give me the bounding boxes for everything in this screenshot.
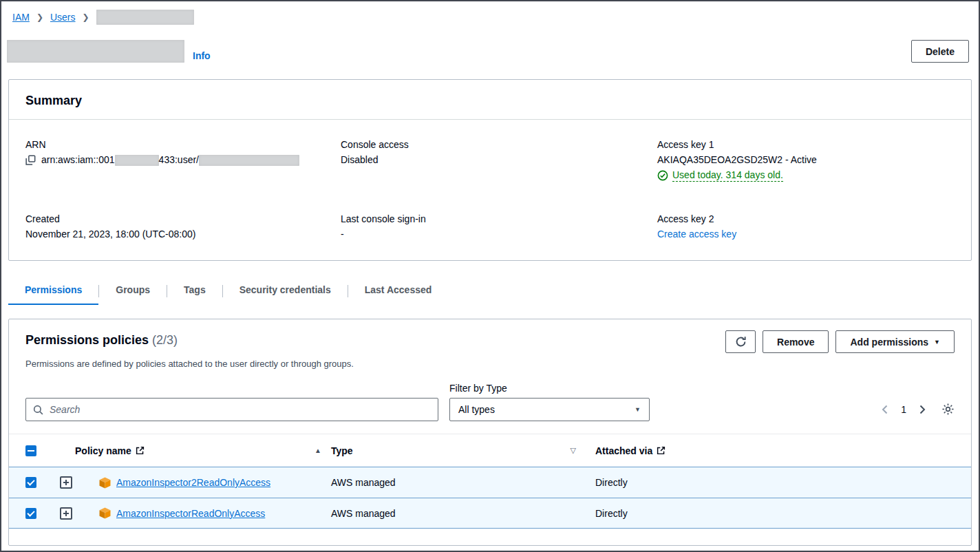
page-number[interactable]: 1 <box>901 404 906 415</box>
redacted-user-name <box>199 155 299 166</box>
tab-tags[interactable]: Tags <box>167 277 222 305</box>
breadcrumb: IAM ❯ Users ❯ <box>1 1 979 30</box>
last-signin-field: Last console sign-in - <box>341 213 657 240</box>
policy-name-link[interactable]: AmazonInspector2ReadOnlyAccess <box>116 477 270 488</box>
attached-via-column-header: Attached via <box>595 445 652 456</box>
type-column-header: Type <box>331 445 353 456</box>
external-link-icon <box>136 446 145 455</box>
expand-row-icon[interactable] <box>60 507 72 520</box>
type-filter-value: All types <box>458 404 495 415</box>
access-key-1-status: Used today. 314 days old. <box>657 169 955 182</box>
tab-security-credentials[interactable]: Security credentials <box>223 277 348 305</box>
redacted-page-title <box>7 40 184 63</box>
access-key-2-field: Access key 2 Create access key <box>657 213 955 240</box>
summary-grid: ARN arn:aws:iam::001433:user/ Console ac… <box>9 120 971 260</box>
policies-filter-row: Filter by Type All types ▼ 1 <box>9 369 971 421</box>
pagination: 1 <box>881 403 955 421</box>
policies-header: Permissions policies (2/3) Remove Add pe… <box>9 319 971 353</box>
info-link[interactable]: Info <box>193 50 211 61</box>
tab-permissions[interactable]: Permissions <box>8 277 98 305</box>
console-access-label: Console access <box>341 139 657 150</box>
managed-policy-icon <box>99 477 111 489</box>
create-access-key-link[interactable]: Create access key <box>657 229 736 240</box>
type-filter-label: Filter by Type <box>449 383 650 394</box>
console-access-value: Disabled <box>341 154 657 165</box>
policy-type-cell: AWS managed <box>331 508 595 519</box>
permissions-policies-card: Permissions policies (2/3) Remove Add pe… <box>8 319 972 546</box>
table-row[interactable]: AmazonInspectorReadOnlyAccess AWS manage… <box>9 498 971 529</box>
policies-description: Permissions are defined by policies atta… <box>9 353 971 369</box>
check-circle-icon <box>657 170 668 181</box>
console-access-field: Console access Disabled <box>341 139 657 182</box>
created-value: November 21, 2023, 18:00 (UTC-08:00) <box>25 229 341 240</box>
arn-value: arn:aws:iam::001433:user/ <box>41 154 299 166</box>
delete-button[interactable]: Delete <box>911 40 969 63</box>
search-box <box>25 398 438 421</box>
external-link-icon <box>657 446 665 455</box>
redacted-account-id <box>115 155 159 166</box>
attached-via-cell: Directly <box>595 477 971 488</box>
next-page-icon[interactable] <box>919 405 926 414</box>
refresh-button[interactable] <box>725 330 756 353</box>
access-key-1-label: Access key 1 <box>657 139 955 150</box>
remove-button[interactable]: Remove <box>763 330 829 353</box>
access-key-2-label: Access key 2 <box>657 213 955 224</box>
row-checkbox[interactable] <box>25 508 36 519</box>
chevron-right-icon: ❯ <box>83 12 89 22</box>
tab-groups[interactable]: Groups <box>99 277 167 305</box>
expand-row-icon[interactable] <box>60 476 72 489</box>
access-key-1-value: AKIAQA35DEOA2GSD25W2 - Active <box>657 154 955 165</box>
chevron-down-icon: ▼ <box>635 406 641 413</box>
policy-type-cell: AWS managed <box>331 477 595 488</box>
last-signin-label: Last console sign-in <box>341 213 657 224</box>
iam-user-detail-page: IAM ❯ Users ❯ Info Delete Summary ARN <box>0 0 980 552</box>
filter-icon[interactable]: ▽ <box>571 446 576 455</box>
summary-title: Summary <box>25 94 955 108</box>
breadcrumb-iam-link[interactable]: IAM <box>12 12 30 23</box>
previous-page-icon[interactable] <box>881 405 888 414</box>
attached-via-cell: Directly <box>595 508 971 519</box>
policy-name-link[interactable]: AmazonInspectorReadOnlyAccess <box>116 508 265 519</box>
policy-name-column-header[interactable]: Policy name <box>75 445 145 456</box>
managed-policy-icon <box>99 507 111 519</box>
arn-label: ARN <box>25 139 341 150</box>
redacted-username-breadcrumb <box>96 10 194 25</box>
access-key-1-field: Access key 1 AKIAQA35DEOA2GSD25W2 - Acti… <box>657 139 955 182</box>
chevron-down-icon: ▼ <box>934 339 940 346</box>
select-all-checkbox[interactable] <box>25 445 36 456</box>
policies-count: (2/3) <box>152 333 178 347</box>
add-permissions-button[interactable]: Add permissions ▼ <box>835 330 955 353</box>
summary-card: Summary ARN arn:aws:iam::001433:user/ <box>8 79 972 261</box>
created-label: Created <box>25 213 341 224</box>
row-checkbox[interactable] <box>25 477 36 488</box>
breadcrumb-users-link[interactable]: Users <box>50 12 76 23</box>
sort-ascending-icon[interactable]: ▲ <box>315 447 321 454</box>
last-signin-value: - <box>341 229 657 240</box>
chevron-right-icon: ❯ <box>36 12 43 22</box>
page-header: Info Delete <box>1 30 979 63</box>
tab-last-accessed[interactable]: Last Accessed <box>348 277 449 305</box>
search-icon <box>33 405 43 415</box>
refresh-icon <box>735 336 747 348</box>
tab-bar: Permissions Groups Tags Security credent… <box>8 277 972 305</box>
copy-icon[interactable] <box>25 155 36 165</box>
access-key-age-text: Used today. 314 days old. <box>672 169 783 182</box>
gear-icon[interactable] <box>941 403 955 416</box>
search-input[interactable] <box>25 398 438 421</box>
type-filter: Filter by Type All types ▼ <box>449 383 650 421</box>
table-header-row: Policy name ▲ Type ▽ Attached via <box>9 434 971 467</box>
policies-actions: Remove Add permissions ▼ <box>725 330 955 353</box>
type-filter-select[interactable]: All types ▼ <box>449 398 650 421</box>
summary-card-header: Summary <box>9 80 971 120</box>
policies-title: Permissions policies (2/3) <box>25 330 178 348</box>
created-field: Created November 21, 2023, 18:00 (UTC-08… <box>25 213 341 240</box>
table-row[interactable]: AmazonInspector2ReadOnlyAccess AWS manag… <box>9 467 971 498</box>
arn-field: ARN arn:aws:iam::001433:user/ <box>25 139 341 182</box>
policies-table: Policy name ▲ Type ▽ Attached via <box>9 434 971 529</box>
